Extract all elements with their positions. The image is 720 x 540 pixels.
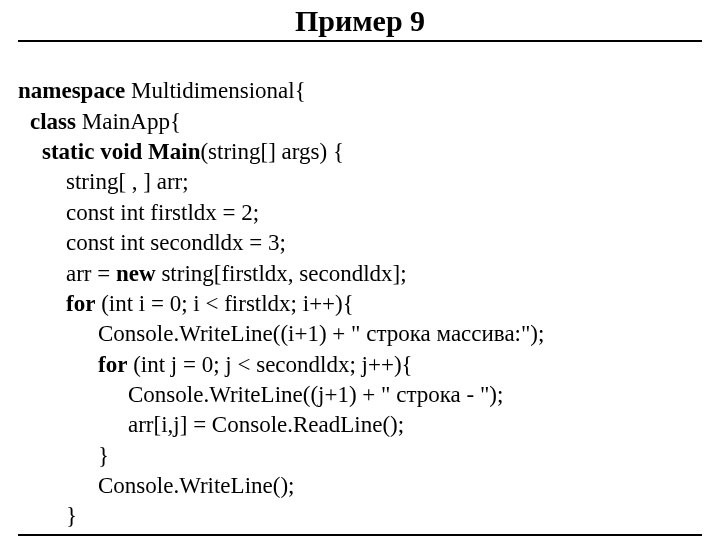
kw-for-2: for <box>98 352 127 377</box>
code-line-4: string[ , ] arr; <box>18 167 189 197</box>
code-txt-10: (int j = 0; j < secondldx; j++){ <box>127 352 412 377</box>
code-line-2: class MainApp{ <box>18 107 181 137</box>
code-txt-7b: string[firstldx, secondldx]; <box>156 261 407 286</box>
code-line-3: static void Main(string[] args) { <box>18 137 344 167</box>
code-block: namespace Multidimensional{ class MainAp… <box>18 46 702 536</box>
code-txt-7a: arr = <box>66 261 116 286</box>
code-line-13: } <box>18 441 109 471</box>
kw-void-main: void Main <box>100 139 200 164</box>
code-line-5: const int firstldx = 2; <box>18 198 259 228</box>
kw-class: class <box>30 109 76 134</box>
kw-namespace: namespace <box>18 78 125 103</box>
slide-title: Пример 9 <box>18 4 702 42</box>
code-txt-3: (string[] args) { <box>200 139 343 164</box>
code-line-11: Console.WriteLine((j+1) + " строка - "); <box>18 380 503 410</box>
code-line-9: Console.WriteLine((i+1) + " строка масси… <box>18 319 544 349</box>
code-line-15: } <box>18 501 77 531</box>
code-line-1: namespace Multidimensional{ <box>18 78 306 103</box>
code-line-6: const int secondldx = 3; <box>18 228 286 258</box>
kw-new: new <box>116 261 156 286</box>
code-line-12: arr[i,j] = Console.ReadLine(); <box>18 410 404 440</box>
code-line-8: for (int i = 0; i < firstldx; i++){ <box>18 289 354 319</box>
kw-static: static <box>42 139 94 164</box>
code-line-10: for (int j = 0; j < secondldx; j++){ <box>18 350 413 380</box>
code-line-14: Console.WriteLine(); <box>18 471 294 501</box>
code-txt-8: (int i = 0; i < firstldx; i++){ <box>95 291 353 316</box>
code-txt-1: Multidimensional{ <box>125 78 305 103</box>
kw-for-1: for <box>66 291 95 316</box>
code-txt-2: MainApp{ <box>76 109 181 134</box>
code-line-7: arr = new string[firstldx, secondldx]; <box>18 259 407 289</box>
slide: Пример 9 namespace Multidimensional{ cla… <box>0 0 720 540</box>
